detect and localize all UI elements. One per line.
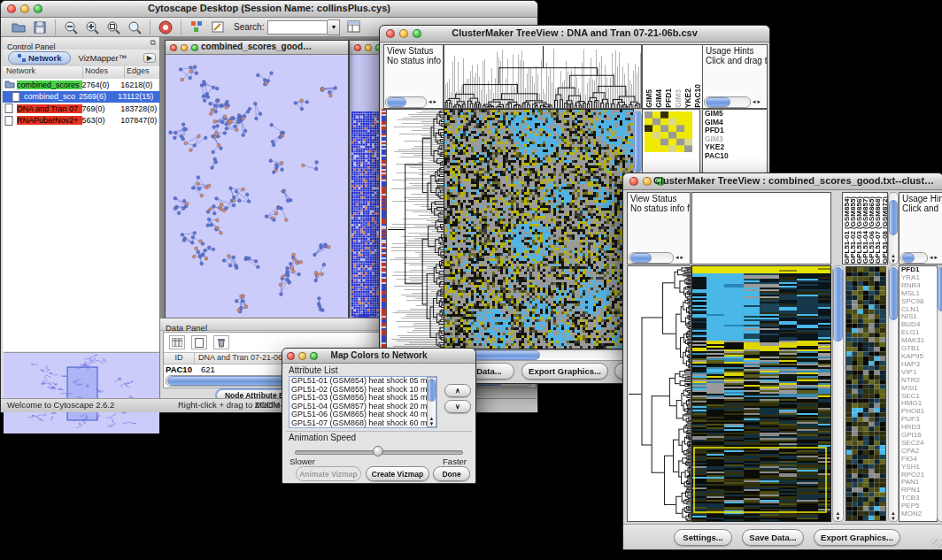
view-status-scrollbar[interactable]: ◂▸ <box>385 96 440 107</box>
gene-label: PAC10 <box>703 152 767 161</box>
network-table-header: Network Nodes Edges <box>3 66 159 80</box>
network-frame-front[interactable]: combined_scores_good.txt--cluste... <box>165 40 349 322</box>
tv1-export-graphics-button[interactable]: Export Graphics... <box>521 363 608 380</box>
map-dialog-title: Map Colors to Network <box>318 350 440 360</box>
map-dialog-titlebar[interactable]: Map Colors to Network <box>282 349 475 364</box>
zoom-button[interactable] <box>310 352 318 360</box>
float-panel-icon[interactable]: ⧉ <box>151 38 156 48</box>
column-label: GIM5 <box>645 89 654 108</box>
attribute-select-button[interactable] <box>169 335 185 349</box>
animate-vizmap-button[interactable]: Animate Vizmap <box>296 466 361 481</box>
scroll-arrows-icon[interactable]: ◂▸ <box>928 254 941 261</box>
minimize-button[interactable] <box>20 4 29 13</box>
network-row-dna-tran[interactable]: DNA and Tran 07 769(0) 183728(0) <box>3 103 159 115</box>
network-tab-icon <box>18 54 26 62</box>
scroll-arrows-icon[interactable]: ▲▼ <box>889 510 898 521</box>
done-button[interactable]: Done <box>433 466 470 481</box>
usage-hints-title: Usage Hints <box>703 45 767 56</box>
usage-hints-scrollbar[interactable]: ◂▸ <box>704 96 764 107</box>
delete-attribute-button[interactable] <box>213 335 229 349</box>
zoom-in-button[interactable] <box>83 19 101 36</box>
resize-grip[interactable] <box>932 539 942 548</box>
attribute-listbox[interactable]: GPL51-01 (GSM854) heat shock 05 minGPL51… <box>289 376 437 428</box>
save-button[interactable] <box>31 19 49 36</box>
zoom-button[interactable] <box>191 44 198 51</box>
tab-network[interactable]: Network <box>8 51 71 65</box>
network-overview-canvas[interactable] <box>4 352 159 433</box>
annotation-button[interactable] <box>209 19 227 36</box>
tv1-heatmap-canvas[interactable] <box>444 109 634 349</box>
network-canvas-front[interactable] <box>166 55 346 320</box>
create-vizmap-button[interactable]: Create Vizmap <box>366 466 429 481</box>
minimize-button[interactable] <box>181 44 188 51</box>
close-button[interactable] <box>354 44 361 51</box>
treeview2-titlebar[interactable]: ClusterMaker TreeView : combined_scores_… <box>623 173 942 190</box>
zoom-out-button[interactable] <box>62 19 80 36</box>
scroll-arrows-icon[interactable]: ◂▸ <box>427 98 440 105</box>
move-down-button[interactable]: ∨ <box>444 400 471 413</box>
tv2-zoom-heatmap-canvas[interactable] <box>845 266 886 521</box>
tv2-save-data-button[interactable]: Save Data... <box>742 529 804 546</box>
treeview1-title: ClusterMaker TreeView : DNA and Tran 07-… <box>415 27 734 38</box>
usage-hints-text: Click and <box>900 203 942 213</box>
treeview1-titlebar[interactable]: ClusterMaker TreeView : DNA and Tran 07-… <box>380 26 769 42</box>
search-dropdown-button[interactable]: ▼ <box>328 19 340 35</box>
tv2-heatmap-vscrollbar[interactable]: ▲▼ <box>832 265 844 522</box>
treeview2-window: ClusterMaker TreeView : combined_scores_… <box>622 173 942 550</box>
search-input[interactable] <box>267 20 328 35</box>
tv1-row-dendrogram-canvas[interactable] <box>386 109 444 349</box>
attribute-list-vscrollbar[interactable]: ▲▼ <box>427 377 436 427</box>
slower-label: Slower <box>290 456 315 466</box>
tv1-column-dendrogram-canvas[interactable] <box>444 44 642 109</box>
plugin-manager-button[interactable] <box>188 19 205 36</box>
map-colors-dialog: Map Colors to Network Attribute List GPL… <box>282 348 476 484</box>
close-button[interactable] <box>386 29 395 38</box>
move-up-button[interactable]: ∧ <box>444 384 471 397</box>
close-button[interactable] <box>287 352 295 360</box>
network-file-icon <box>12 92 22 102</box>
tv2-zoom-vscrollbar[interactable]: ▲▼ <box>888 265 899 522</box>
open-button[interactable] <box>10 19 27 36</box>
slider-thumb[interactable] <box>373 446 383 456</box>
scroll-arrows-icon[interactable]: ▲▼ <box>833 510 843 521</box>
view-status-scrollbar[interactable]: ◂▸ <box>629 252 687 263</box>
tabs-overflow-button[interactable]: ▶ <box>143 53 156 63</box>
close-button[interactable] <box>629 177 638 186</box>
minimize-button[interactable] <box>365 44 372 51</box>
minimize-button[interactable] <box>643 177 652 186</box>
tv2-export-graphics-button[interactable]: Export Graphics... <box>814 529 900 546</box>
tab-vizmapper[interactable]: VizMapper™ <box>71 52 134 64</box>
scroll-arrows-icon[interactable]: ▲▼ <box>889 253 898 264</box>
network-row-combined-sco[interactable]: combined_sco 2569(6) 13112(15) <box>3 91 159 104</box>
close-button[interactable] <box>170 44 177 51</box>
network-row-combined-scores[interactable]: combined_scores 2764(0) 16218(0) <box>3 79 159 91</box>
help-button[interactable] <box>157 19 174 36</box>
network-row-rnapuber[interactable]: RNAPuberNov2+ 563(0) 107847(0) <box>3 115 159 127</box>
col-edges: Edges <box>125 66 150 79</box>
close-button[interactable] <box>7 4 16 13</box>
tv2-row-dendrogram-canvas[interactable] <box>627 265 691 522</box>
status-pan-hint: Middle- <box>255 400 282 410</box>
tv2-heatmap-canvas[interactable] <box>691 265 831 522</box>
tv2-gene-vscrollbar[interactable] <box>937 265 942 522</box>
tv2-column-dendrogram-area <box>691 192 831 265</box>
attribute-item[interactable]: GPL51-07 (GSM868) heat shock 60 min <box>291 419 436 428</box>
scroll-arrows-icon[interactable]: ◂▸ <box>674 254 687 261</box>
tv2-view-status-panel: View Status No status info f ◂▸ <box>627 192 691 265</box>
main-titlebar[interactable]: Cytoscape Desktop (Session Name: collins… <box>1 1 537 18</box>
zoom-selected-button[interactable] <box>104 19 122 36</box>
zoom-fit-button[interactable] <box>126 19 143 36</box>
usage-hints-scrollbar[interactable]: ◂▸ <box>900 252 941 263</box>
scroll-arrows-icon[interactable]: ▲▼ <box>428 416 436 426</box>
tv1-zoom-heatmap-canvas[interactable] <box>645 111 692 152</box>
tv2-settings-button[interactable]: Settings... <box>674 529 732 546</box>
animation-speed-slider[interactable] <box>295 446 463 456</box>
new-attribute-button[interactable] <box>191 335 207 349</box>
view-status-text: No status info f <box>628 203 690 213</box>
scroll-arrows-icon[interactable]: ◂▸ <box>751 98 764 105</box>
minimize-button[interactable] <box>399 29 408 38</box>
minimize-button[interactable] <box>298 352 306 360</box>
attribute-list-label: Attribute List <box>289 365 338 375</box>
import-table-button[interactable] <box>345 19 363 36</box>
tv2-column-label-vscrollbar[interactable]: ▲▼ <box>888 192 899 265</box>
